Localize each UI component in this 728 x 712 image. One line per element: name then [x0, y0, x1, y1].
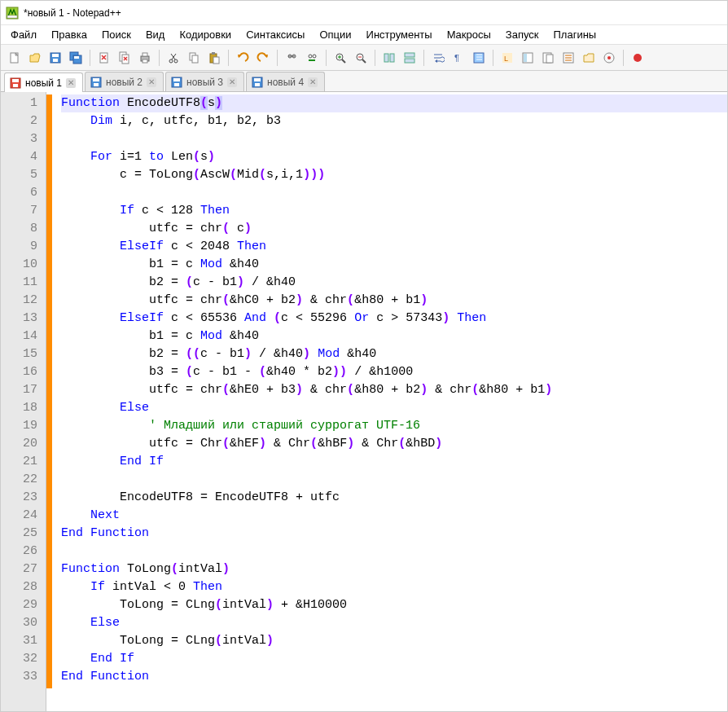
toolbar-separator [423, 50, 424, 66]
svg-rect-19 [192, 55, 198, 63]
svg-text:¶: ¶ [454, 53, 459, 63]
notepadpp-icon [6, 7, 19, 20]
sync-v-button[interactable] [380, 49, 398, 67]
code-editor[interactable]: Function EncodeUTF8(s) Dim i, c, utfc, b… [58, 92, 727, 711]
redo-button[interactable] [254, 49, 272, 67]
menu-tools[interactable]: Инструменты [360, 26, 439, 43]
undo-button[interactable] [234, 49, 252, 67]
svg-point-46 [607, 56, 611, 59]
toolbar-separator [326, 50, 327, 66]
find-button[interactable] [283, 49, 300, 67]
show-all-chars-button[interactable]: ¶ [450, 49, 467, 67]
tabbar: новый 1 ✕ новый 2 ✕ новый 3 ✕ новый 4 ✕ [1, 71, 727, 92]
svg-rect-53 [94, 83, 99, 86]
svg-rect-56 [174, 83, 179, 86]
svg-point-17 [174, 59, 178, 63]
toolbar-separator [493, 50, 493, 66]
tab-label: новый 4 [267, 77, 304, 88]
cut-button[interactable] [164, 49, 182, 67]
svg-rect-34 [405, 59, 414, 63]
new-file-button[interactable] [6, 49, 24, 67]
func-list-button[interactable] [559, 49, 577, 67]
indent-guide-button[interactable] [470, 49, 488, 67]
svg-rect-59 [255, 83, 260, 86]
svg-point-27 [309, 55, 312, 58]
save-all-button[interactable] [67, 49, 85, 67]
save-blue-icon [252, 77, 263, 88]
svg-rect-15 [143, 59, 147, 63]
tab-close-button[interactable]: ✕ [147, 77, 156, 87]
menu-encoding[interactable]: Кодировки [173, 26, 238, 43]
doc-list-button[interactable] [539, 49, 557, 67]
menu-edit[interactable]: Правка [45, 26, 94, 43]
svg-rect-33 [405, 53, 414, 57]
menu-file[interactable]: Файл [4, 26, 43, 43]
folder-workspace-button[interactable] [580, 49, 598, 67]
svg-text:L: L [504, 55, 508, 63]
svg-rect-9 [74, 56, 79, 59]
toolbar-separator [375, 50, 375, 66]
svg-point-28 [313, 55, 316, 58]
menu-search[interactable]: Поиск [95, 26, 138, 43]
svg-rect-6 [53, 59, 58, 62]
svg-rect-41 [524, 54, 527, 62]
toolbar-separator [90, 50, 90, 66]
tab-label: новый 3 [186, 77, 223, 88]
sync-h-button[interactable] [401, 49, 419, 67]
zoom-in-button[interactable] [331, 49, 349, 67]
svg-rect-32 [390, 54, 394, 62]
tab-file-2[interactable]: новый 2 ✕ [85, 72, 164, 91]
menu-options[interactable]: Опции [313, 26, 357, 43]
svg-rect-14 [143, 53, 147, 56]
svg-point-47 [634, 54, 642, 62]
svg-point-16 [169, 59, 173, 63]
menu-syntax[interactable]: Синтаксисы [239, 26, 311, 43]
tab-close-button[interactable]: ✕ [66, 78, 76, 88]
toolbar-separator [228, 50, 229, 66]
svg-rect-55 [173, 78, 180, 81]
close-file-button[interactable] [95, 49, 113, 67]
menu-plugins[interactable]: Плагины [547, 26, 603, 43]
close-all-button[interactable] [116, 49, 134, 67]
tab-file-3[interactable]: новый 3 ✕ [165, 72, 244, 91]
line-number-gutter: 1234567891011121314151617181920212223242… [1, 92, 46, 711]
tab-close-button[interactable]: ✕ [227, 77, 237, 87]
save-button[interactable] [46, 49, 64, 67]
save-red-icon [10, 77, 21, 89]
svg-rect-52 [93, 78, 99, 81]
svg-rect-5 [52, 54, 59, 57]
editor-area: 1234567891011121314151617181920212223242… [1, 92, 727, 711]
titlebar: *новый 1 - Notepad++ [1, 1, 727, 25]
replace-button[interactable] [303, 49, 321, 67]
monitor-button[interactable] [600, 49, 618, 67]
svg-marker-35 [435, 59, 437, 63]
open-file-button[interactable] [26, 49, 44, 67]
zoom-out-button[interactable] [352, 49, 370, 67]
svg-rect-50 [13, 84, 18, 87]
toolbar-separator [623, 50, 624, 66]
svg-rect-22 [213, 57, 219, 64]
toolbar-separator [159, 50, 160, 66]
menu-view[interactable]: Вид [139, 26, 172, 43]
svg-rect-1 [7, 15, 17, 18]
toolbar: ¶ L [1, 45, 727, 71]
print-button[interactable] [136, 49, 154, 67]
record-macro-button[interactable] [629, 49, 647, 67]
paste-button[interactable] [205, 49, 223, 67]
copy-button[interactable] [185, 49, 203, 67]
menu-run[interactable]: Запуск [499, 26, 546, 43]
tab-close-button[interactable]: ✕ [308, 77, 318, 87]
udl-button[interactable]: L [498, 49, 516, 67]
app-window: *новый 1 - Notepad++ Файл Правка Поиск В… [0, 0, 728, 712]
tab-label: новый 2 [106, 77, 143, 88]
window-title: *новый 1 - Notepad++ [24, 7, 121, 19]
tab-file-1[interactable]: новый 1 ✕ [4, 73, 83, 92]
wordwrap-button[interactable] [429, 49, 447, 67]
menubar: Файл Правка Поиск Вид Кодировки Синтакси… [1, 25, 727, 45]
svg-rect-31 [384, 54, 388, 62]
menu-macros[interactable]: Макросы [441, 26, 498, 43]
tab-label: новый 1 [25, 77, 62, 89]
svg-rect-43 [546, 55, 553, 63]
tab-file-4[interactable]: новый 4 ✕ [246, 72, 325, 91]
doc-map-button[interactable] [519, 49, 537, 67]
